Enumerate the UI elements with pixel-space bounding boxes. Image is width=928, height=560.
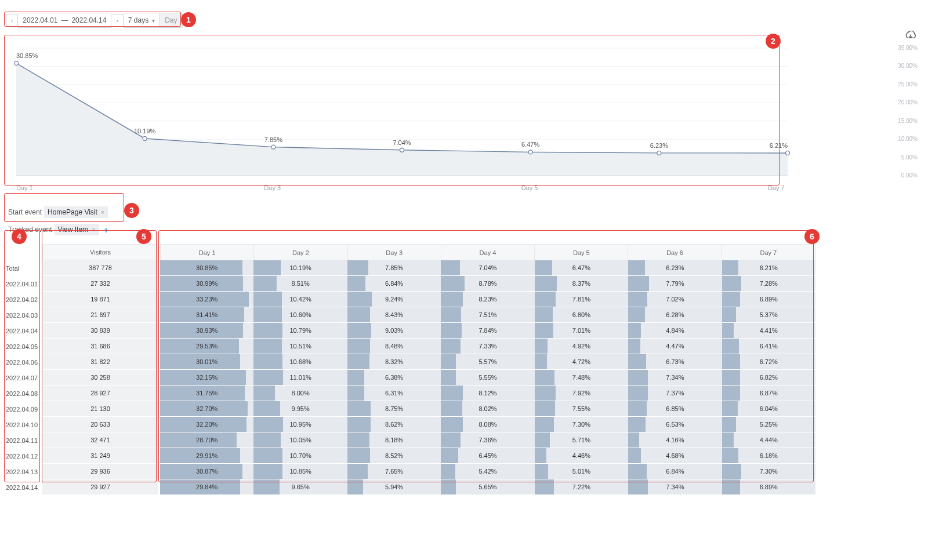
visitors-cell: 30 839 [42, 323, 158, 339]
date-cell: 2022.04.08 [6, 386, 41, 401]
retention-cell: 8.48% [347, 339, 441, 354]
visitors-cell: 20 633 [42, 417, 158, 432]
retention-cell: 30.01% [160, 354, 253, 370]
retention-cell: 32.20% [160, 417, 253, 432]
retention-cell: 10.42% [253, 292, 347, 307]
retention-cell: 8.43% [347, 307, 441, 323]
x-tick: Day 3 [264, 184, 281, 191]
retention-cell: 7.01% [535, 323, 628, 339]
callout-1: 1 [181, 12, 196, 27]
table-row: 33.23%10.42%9.24%8.23%7.81%7.02%6.89% [160, 292, 815, 307]
retention-cell: 4.68% [628, 448, 722, 464]
callout-4: 4 [12, 229, 27, 244]
svg-point-8 [14, 61, 19, 66]
retention-cell: 10.60% [253, 307, 347, 323]
date-cell: 2022.04.11 [6, 432, 41, 448]
retention-cell: 6.84% [628, 464, 722, 479]
retention-cell: 5.25% [722, 417, 815, 432]
date-cell: 2022.04.09 [6, 401, 41, 417]
retention-cell: 6.72% [722, 354, 815, 370]
retention-cell: 7.02% [628, 292, 722, 307]
retention-cell: 7.84% [441, 323, 534, 339]
retention-cell: 5.55% [441, 370, 534, 386]
retention-cell: 10.05% [253, 432, 347, 448]
retention-cell: 10.68% [253, 354, 347, 370]
retention-cell: 10.51% [253, 339, 347, 354]
retention-cell: 8.37% [535, 276, 628, 292]
callout-2: 2 [766, 34, 781, 49]
retention-cell: 7.51% [441, 307, 534, 323]
retention-cell: 31.75% [160, 386, 253, 401]
tracked-event-chip[interactable]: View Item × [55, 224, 99, 235]
date-to: 2022.04.14 [71, 16, 106, 24]
table-row: 30.01%10.68%8.32%5.57%4.72%6.73%6.72% [160, 354, 815, 370]
svg-text:30.85%: 30.85% [16, 52, 38, 59]
retention-cell: 7.34% [628, 479, 722, 495]
retention-cell: 8.00% [253, 386, 347, 401]
retention-cell: 5.57% [441, 354, 534, 370]
retention-cell: 29.91% [160, 448, 253, 464]
date-prev[interactable]: ‹ [6, 14, 18, 27]
retention-cell: 7.48% [535, 370, 628, 386]
visitors-cell: 19 871 [42, 292, 158, 307]
table-row: 29.84%9.65%5.94%5.65%7.22%7.34%6.89% [160, 479, 815, 495]
retention-cell: 6.87% [722, 386, 815, 401]
retention-cell: 11.01% [253, 370, 347, 386]
download-icon[interactable] [905, 31, 916, 43]
close-icon[interactable]: × [101, 209, 104, 216]
visitors-cell: 387 778 [42, 260, 158, 276]
date-sep: — [61, 16, 68, 24]
chevron-down-icon: ▾ [152, 17, 155, 24]
retention-cell: 10.19% [253, 260, 347, 276]
retention-cell: 6.28% [628, 307, 722, 323]
date-range[interactable]: 2022.04.01 — 2022.04.14 [18, 13, 111, 28]
retention-cell: 29.53% [160, 339, 253, 354]
date-cell: 2022.04.12 [6, 448, 41, 464]
date-cell: 2022.04.04 [6, 323, 41, 339]
retention-cell: 7.04% [441, 260, 534, 276]
retention-cell: 6.82% [722, 370, 815, 386]
y-tick: 35.00% [898, 45, 918, 51]
day-header: Day 2 [254, 244, 347, 260]
retention-cell: 8.18% [347, 432, 441, 448]
retention-cell: 31.41% [160, 307, 253, 323]
visitors-cell: 21 697 [42, 307, 158, 323]
granularity-select[interactable]: Day [160, 13, 182, 28]
day-header: Day 5 [535, 244, 628, 260]
range-select[interactable]: 7 days ▾ [124, 13, 160, 28]
x-tick: Day 1 [16, 184, 33, 191]
visitors-cell: 29 936 [42, 464, 158, 479]
retention-cell: 7.65% [347, 464, 441, 479]
retention-cell: 10.95% [253, 417, 347, 432]
retention-cell: 30.87% [160, 464, 253, 479]
start-event-chip[interactable]: HomePage Visit × [44, 206, 108, 218]
date-cell: 2022.04.13 [6, 464, 41, 479]
date-next[interactable]: › [111, 14, 123, 27]
svg-point-16 [528, 150, 532, 154]
visitors-cell: 31 686 [42, 339, 158, 354]
table-row: 30.87%10.85%7.65%5.42%5.01%6.84%7.30% [160, 464, 815, 479]
retention-cell: 28.70% [160, 432, 253, 448]
y-tick: 5.00% [901, 154, 918, 161]
retention-cell: 7.85% [347, 260, 441, 276]
table-row: 30.99%8.51%6.84%8.78%8.37%7.79%7.28% [160, 276, 815, 292]
svg-text:10.19%: 10.19% [134, 128, 156, 134]
range-label: 7 days [128, 16, 148, 24]
day-header: Day 3 [348, 244, 441, 260]
retention-cell: 4.46% [535, 448, 628, 464]
retention-cell: 6.89% [722, 479, 815, 495]
callout-6: 6 [804, 229, 820, 244]
close-icon[interactable]: × [92, 226, 95, 233]
date-cell: 2022.04.05 [6, 339, 41, 354]
table-row: 32.15%11.01%6.38%5.55%7.48%7.34%6.82% [160, 370, 815, 386]
retention-cell: 8.62% [347, 417, 441, 432]
callout-5: 5 [136, 229, 151, 244]
retention-cell: 6.38% [347, 370, 441, 386]
visitors-cell: 29 927 [42, 479, 158, 495]
day-header: Day 7 [722, 244, 815, 260]
date-cell: 2022.04.10 [6, 417, 41, 432]
retention-cell: 9.95% [253, 401, 347, 417]
add-event-button[interactable]: + [102, 225, 111, 235]
table-row: 30.85%10.19%7.85%7.04%6.47%6.23%6.21% [160, 260, 815, 276]
retention-cell: 6.89% [722, 292, 815, 307]
